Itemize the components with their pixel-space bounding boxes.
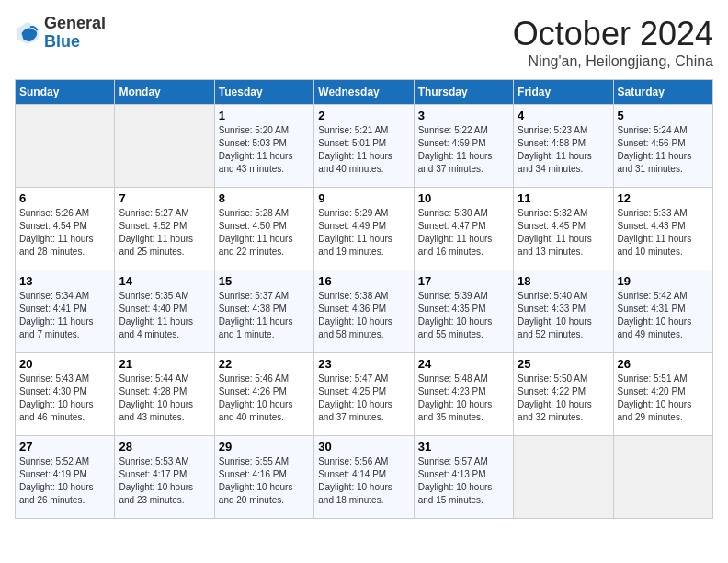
week-row-1: 1Sunrise: 5:20 AMSunset: 5:03 PMDaylight… — [16, 105, 713, 188]
header: General Blue October 2024 Ning'an, Heilo… — [15, 15, 713, 70]
day-number: 27 — [19, 440, 110, 454]
day-info: Sunrise: 5:56 AMSunset: 4:14 PMDaylight:… — [318, 455, 409, 507]
col-thursday: Thursday — [414, 80, 513, 105]
day-info: Sunrise: 5:38 AMSunset: 4:36 PMDaylight:… — [318, 290, 409, 341]
day-cell: 11Sunrise: 5:32 AMSunset: 4:45 PMDayligh… — [514, 188, 613, 270]
day-info: Sunrise: 5:34 AMSunset: 4:41 PMDaylight:… — [19, 290, 110, 341]
logo-blue-text: Blue — [44, 33, 106, 52]
day-info: Sunrise: 5:30 AMSunset: 4:47 PMDaylight:… — [418, 207, 509, 259]
day-info: Sunrise: 5:24 AMSunset: 4:56 PMDaylight:… — [618, 124, 709, 176]
day-info: Sunrise: 5:42 AMSunset: 4:31 PMDaylight:… — [618, 290, 709, 341]
day-info: Sunrise: 5:57 AMSunset: 4:13 PMDaylight:… — [418, 455, 509, 507]
logo-icon — [15, 20, 40, 46]
day-number: 11 — [518, 191, 609, 205]
day-cell: 9Sunrise: 5:29 AMSunset: 4:49 PMDaylight… — [314, 188, 414, 270]
day-info: Sunrise: 5:29 AMSunset: 4:49 PMDaylight:… — [318, 207, 409, 259]
day-cell: 16Sunrise: 5:38 AMSunset: 4:36 PMDayligh… — [314, 270, 414, 353]
day-info: Sunrise: 5:48 AMSunset: 4:23 PMDaylight:… — [418, 373, 509, 424]
day-cell: 13Sunrise: 5:34 AMSunset: 4:41 PMDayligh… — [16, 270, 115, 353]
day-number: 4 — [518, 109, 609, 122]
day-info: Sunrise: 5:47 AMSunset: 4:25 PMDaylight:… — [318, 373, 409, 424]
day-info: Sunrise: 5:51 AMSunset: 4:20 PMDaylight:… — [618, 373, 709, 424]
day-number: 20 — [19, 357, 110, 371]
day-info: Sunrise: 5:22 AMSunset: 4:59 PMDaylight:… — [418, 124, 509, 176]
day-cell: 22Sunrise: 5:46 AMSunset: 4:26 PMDayligh… — [214, 353, 313, 436]
day-number: 15 — [219, 274, 310, 288]
day-info: Sunrise: 5:27 AMSunset: 4:52 PMDaylight:… — [119, 207, 210, 259]
day-number: 21 — [119, 357, 210, 371]
day-info: Sunrise: 5:44 AMSunset: 4:28 PMDaylight:… — [119, 373, 210, 424]
day-number: 9 — [318, 191, 409, 205]
month-title: October 2024 — [513, 15, 713, 53]
day-cell: 10Sunrise: 5:30 AMSunset: 4:47 PMDayligh… — [414, 188, 513, 270]
day-cell: 14Sunrise: 5:35 AMSunset: 4:40 PMDayligh… — [115, 270, 214, 353]
day-info: Sunrise: 5:52 AMSunset: 4:19 PMDaylight:… — [19, 455, 110, 507]
day-info: Sunrise: 5:50 AMSunset: 4:22 PMDaylight:… — [518, 373, 609, 424]
day-cell: 6Sunrise: 5:26 AMSunset: 4:54 PMDaylight… — [16, 188, 115, 270]
day-cell — [16, 105, 115, 188]
col-monday: Monday — [115, 80, 214, 105]
day-number: 19 — [618, 274, 709, 288]
day-cell: 31Sunrise: 5:57 AMSunset: 4:13 PMDayligh… — [414, 436, 513, 519]
day-number: 22 — [219, 357, 310, 371]
day-cell: 18Sunrise: 5:40 AMSunset: 4:33 PMDayligh… — [514, 270, 613, 353]
day-number: 16 — [318, 274, 409, 288]
col-friday: Friday — [514, 80, 613, 105]
day-number: 8 — [219, 191, 310, 205]
day-number: 29 — [219, 440, 310, 454]
day-info: Sunrise: 5:39 AMSunset: 4:35 PMDaylight:… — [418, 290, 509, 341]
day-number: 7 — [119, 191, 210, 205]
day-cell: 23Sunrise: 5:47 AMSunset: 4:25 PMDayligh… — [314, 353, 414, 436]
day-info: Sunrise: 5:28 AMSunset: 4:50 PMDaylight:… — [219, 207, 310, 259]
day-number: 31 — [418, 440, 509, 454]
day-number: 3 — [418, 109, 509, 122]
col-sunday: Sunday — [16, 80, 115, 105]
day-number: 10 — [418, 191, 509, 205]
day-cell: 12Sunrise: 5:33 AMSunset: 4:43 PMDayligh… — [613, 188, 712, 270]
col-tuesday: Tuesday — [214, 80, 313, 105]
day-info: Sunrise: 5:55 AMSunset: 4:16 PMDaylight:… — [219, 455, 310, 507]
day-number: 30 — [318, 440, 409, 454]
day-cell: 15Sunrise: 5:37 AMSunset: 4:38 PMDayligh… — [214, 270, 313, 353]
col-saturday: Saturday — [613, 80, 712, 105]
logo-general-text: General — [44, 15, 106, 33]
day-info: Sunrise: 5:43 AMSunset: 4:30 PMDaylight:… — [19, 373, 110, 424]
title-area: October 2024 Ning'an, Heilongjiang, Chin… — [513, 15, 713, 70]
day-cell: 1Sunrise: 5:20 AMSunset: 5:03 PMDaylight… — [214, 105, 313, 188]
week-row-2: 6Sunrise: 5:26 AMSunset: 4:54 PMDaylight… — [16, 188, 713, 270]
day-cell: 28Sunrise: 5:53 AMSunset: 4:17 PMDayligh… — [115, 436, 214, 519]
day-number: 1 — [219, 109, 310, 122]
day-info: Sunrise: 5:37 AMSunset: 4:38 PMDaylight:… — [219, 290, 310, 341]
day-number: 17 — [418, 274, 509, 288]
header-row: Sunday Monday Tuesday Wednesday Thursday… — [16, 80, 713, 105]
day-number: 18 — [518, 274, 609, 288]
day-cell: 29Sunrise: 5:55 AMSunset: 4:16 PMDayligh… — [214, 436, 313, 519]
day-number: 6 — [19, 191, 110, 205]
day-info: Sunrise: 5:35 AMSunset: 4:40 PMDaylight:… — [119, 290, 210, 341]
day-cell: 2Sunrise: 5:21 AMSunset: 5:01 PMDaylight… — [314, 105, 414, 188]
day-info: Sunrise: 5:21 AMSunset: 5:01 PMDaylight:… — [318, 124, 409, 176]
day-cell: 30Sunrise: 5:56 AMSunset: 4:14 PMDayligh… — [314, 436, 414, 519]
day-info: Sunrise: 5:23 AMSunset: 4:58 PMDaylight:… — [518, 124, 609, 176]
day-info: Sunrise: 5:40 AMSunset: 4:33 PMDaylight:… — [518, 290, 609, 341]
day-info: Sunrise: 5:26 AMSunset: 4:54 PMDaylight:… — [19, 207, 110, 259]
day-cell: 21Sunrise: 5:44 AMSunset: 4:28 PMDayligh… — [115, 353, 214, 436]
calendar-header: Sunday Monday Tuesday Wednesday Thursday… — [16, 80, 713, 105]
logo: General Blue — [15, 15, 106, 52]
day-cell: 24Sunrise: 5:48 AMSunset: 4:23 PMDayligh… — [414, 353, 513, 436]
week-row-5: 27Sunrise: 5:52 AMSunset: 4:19 PMDayligh… — [16, 436, 713, 519]
col-wednesday: Wednesday — [314, 80, 414, 105]
day-info: Sunrise: 5:20 AMSunset: 5:03 PMDaylight:… — [219, 124, 310, 176]
day-number: 23 — [318, 357, 409, 371]
calendar-table: Sunday Monday Tuesday Wednesday Thursday… — [15, 79, 713, 519]
day-number: 24 — [418, 357, 509, 371]
day-info: Sunrise: 5:33 AMSunset: 4:43 PMDaylight:… — [618, 207, 709, 259]
day-cell: 19Sunrise: 5:42 AMSunset: 4:31 PMDayligh… — [613, 270, 712, 353]
day-cell: 3Sunrise: 5:22 AMSunset: 4:59 PMDaylight… — [414, 105, 513, 188]
day-cell: 8Sunrise: 5:28 AMSunset: 4:50 PMDaylight… — [214, 188, 313, 270]
day-cell: 17Sunrise: 5:39 AMSunset: 4:35 PMDayligh… — [414, 270, 513, 353]
week-row-4: 20Sunrise: 5:43 AMSunset: 4:30 PMDayligh… — [16, 353, 713, 436]
day-number: 28 — [119, 440, 210, 454]
day-cell: 26Sunrise: 5:51 AMSunset: 4:20 PMDayligh… — [613, 353, 712, 436]
day-info: Sunrise: 5:53 AMSunset: 4:17 PMDaylight:… — [119, 455, 210, 507]
